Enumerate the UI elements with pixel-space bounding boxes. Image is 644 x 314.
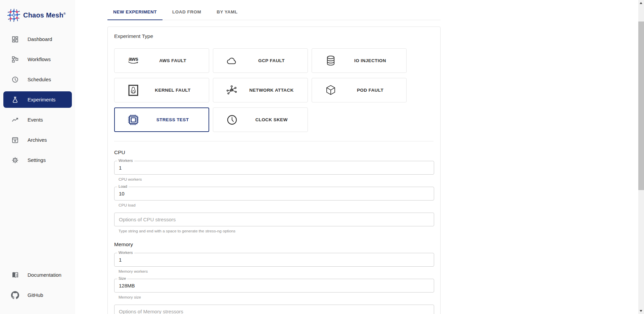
clock-icon xyxy=(11,76,19,84)
chaos-mesh-logo-icon xyxy=(7,8,21,22)
sidebar-item-label: Schedules xyxy=(28,77,51,82)
cpu-workers-label: Workers xyxy=(117,159,134,163)
memory-workers-field: Workers xyxy=(114,253,433,267)
tab-new-experiment[interactable]: NEW EXPERIMENT xyxy=(107,4,163,20)
scrollbar-track[interactable] xyxy=(638,0,644,314)
cloud-icon xyxy=(224,56,240,65)
archive-icon xyxy=(11,136,19,144)
book-icon xyxy=(11,271,19,279)
sidebar-item-label: Archives xyxy=(28,137,47,143)
cube-icon xyxy=(323,85,339,96)
sidebar-item-label: Experiments xyxy=(28,97,55,102)
memory-options-input[interactable] xyxy=(114,305,434,314)
database-icon xyxy=(323,55,339,66)
experiment-type-gcp-fault[interactable]: GCP FAULT xyxy=(213,48,308,73)
github-icon xyxy=(11,291,19,299)
section-divider xyxy=(114,141,433,141)
sidebar-item-label: Events xyxy=(28,117,43,123)
cpu-workers-helper: CPU workers xyxy=(119,177,433,182)
sidebar-item-github[interactable]: GitHub xyxy=(3,287,72,303)
tab-label: NEW EXPERIMENT xyxy=(113,9,157,14)
aws-icon: aws xyxy=(125,57,141,64)
sidebar-footer: Documentation GitHub xyxy=(0,267,75,314)
experiment-type-io-injection[interactable]: IO INJECTION xyxy=(312,48,407,73)
tab-label: LOAD FROM xyxy=(172,9,201,14)
trend-line-icon xyxy=(11,116,19,124)
sidebar-item-archives[interactable]: Archives xyxy=(3,132,72,148)
sidebar: Chaos Mesh® Dashboard xyxy=(0,0,75,314)
main-content: NEW EXPERIMENT LOAD FROM BY YAML Experim… xyxy=(75,0,644,314)
experiment-type-pod-fault[interactable]: POD FAULT xyxy=(312,78,407,102)
flask-icon xyxy=(11,96,19,104)
memory-size-field: Size xyxy=(114,279,433,293)
cpu-workers-field: Workers xyxy=(114,161,433,175)
sidebar-item-events[interactable]: Events xyxy=(3,111,72,128)
scrollbar-thumb[interactable] xyxy=(638,21,644,190)
scroll-up-arrow-icon[interactable] xyxy=(640,2,642,4)
workflows-icon xyxy=(11,55,19,63)
cpu-workers-input[interactable] xyxy=(114,161,434,175)
tab-bar: NEW EXPERIMENT LOAD FROM BY YAML xyxy=(107,4,441,20)
cpu-options-helper: Type string and end with a space to gene… xyxy=(119,229,433,233)
memory-size-label: Size xyxy=(117,276,127,281)
linux-penguin-icon xyxy=(125,85,141,96)
experiment-type-kernel-fault[interactable]: KERNEL FAULT xyxy=(114,78,209,102)
cpu-load-input[interactable] xyxy=(114,187,434,200)
app: Chaos Mesh® Dashboard xyxy=(0,0,644,314)
cpu-options-input[interactable] xyxy=(114,213,434,226)
memory-workers-input[interactable] xyxy=(114,253,434,267)
memory-workers-label: Workers xyxy=(117,251,134,255)
experiment-type-grid: aws AWS FAULT GCP FAU xyxy=(114,48,410,132)
network-nodes-icon xyxy=(224,85,240,96)
sidebar-item-label: Dashboard xyxy=(28,36,52,42)
gear-icon xyxy=(11,156,19,164)
sidebar-nav: Dashboard Workflows Schedules xyxy=(0,31,75,172)
cpu-heading: CPU xyxy=(114,149,433,155)
tab-by-yaml[interactable]: BY YAML xyxy=(211,4,243,20)
memory-options-field xyxy=(114,305,433,314)
experiment-type-aws-fault[interactable]: aws AWS FAULT xyxy=(114,48,209,73)
tab-load-from[interactable]: LOAD FROM xyxy=(167,4,207,20)
sidebar-item-dashboard[interactable]: Dashboard xyxy=(3,31,72,47)
cpu-load-helper: CPU load xyxy=(119,203,433,208)
cpu-load-field: Load xyxy=(114,187,433,200)
experiment-type-clock-skew[interactable]: CLOCK SKEW xyxy=(213,107,308,132)
sidebar-item-settings[interactable]: Settings xyxy=(3,152,72,168)
sidebar-item-label: Documentation xyxy=(28,272,61,278)
sidebar-item-label: Workflows xyxy=(28,56,51,62)
sidebar-item-schedules[interactable]: Schedules xyxy=(3,71,72,88)
sidebar-item-experiments[interactable]: Experiments xyxy=(3,91,72,108)
sidebar-item-documentation[interactable]: Documentation xyxy=(3,267,72,283)
sidebar-item-label: GitHub xyxy=(28,292,43,298)
memory-size-helper: Memory size xyxy=(119,295,433,300)
memory-size-input[interactable] xyxy=(114,279,434,293)
scroll-down-arrow-icon[interactable] xyxy=(640,310,642,312)
experiment-type-network-attack[interactable]: NETWORK ATTACK xyxy=(213,78,308,102)
sidebar-item-label: Settings xyxy=(28,157,46,163)
chaos-mesh-logo[interactable]: Chaos Mesh® xyxy=(0,0,75,28)
dashboard-icon xyxy=(11,35,19,43)
memory-heading: Memory xyxy=(114,241,433,248)
clock-skew-icon xyxy=(224,114,240,126)
brand-name: Chaos Mesh® xyxy=(23,11,66,19)
sidebar-item-workflows[interactable]: Workflows xyxy=(3,51,72,68)
memory-workers-helper: Memory workers xyxy=(119,269,433,274)
experiment-type-stress-test[interactable]: STRESS TEST xyxy=(114,107,209,132)
tab-label: BY YAML xyxy=(217,9,238,14)
cpu-chip-icon xyxy=(125,114,141,126)
new-experiment-card: Experiment Type aws AWS FAULT xyxy=(107,27,441,314)
cpu-load-label: Load xyxy=(117,184,129,189)
experiment-type-heading: Experiment Type xyxy=(114,33,433,39)
cpu-options-field xyxy=(114,213,433,226)
